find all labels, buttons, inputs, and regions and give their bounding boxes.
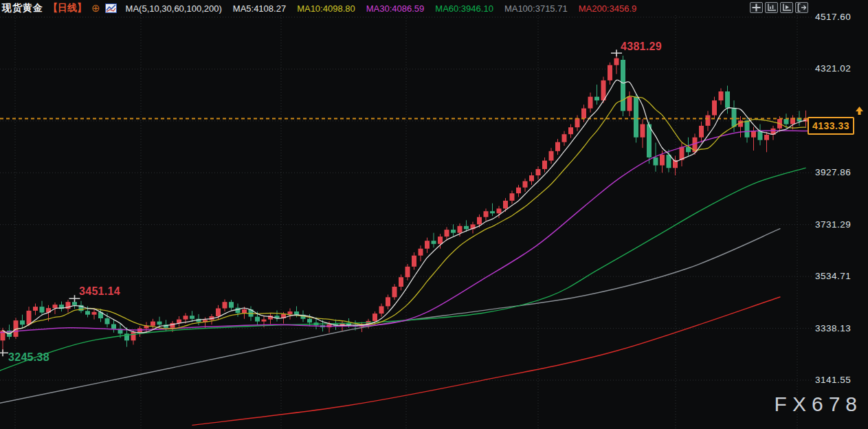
chart-window: { "header": { "symbol": "现货黄金", "period"… xyxy=(0,0,868,429)
ma100-value: MA100:3715.71 xyxy=(504,3,568,14)
peak-price-annotation: 4381.29 xyxy=(621,41,662,53)
local-high-annotation: 3451.14 xyxy=(79,285,120,298)
current-price-tag: 4133.33 xyxy=(808,117,854,135)
axis-label: 4517.60 xyxy=(815,11,863,23)
watermark: FX678 xyxy=(775,393,863,416)
axis-play-icon[interactable] xyxy=(780,2,793,13)
crosshair-icon[interactable] xyxy=(750,2,763,13)
add-indicator-icon[interactable]: ⊕ xyxy=(91,3,100,13)
low-price-annotation: 3245.38 xyxy=(8,351,49,364)
axis-label: 3534.71 xyxy=(815,270,863,283)
symbol-title: 现货黄金 xyxy=(2,2,43,14)
axis-label: 3927.86 xyxy=(815,166,863,179)
axis-label: 3141.55 xyxy=(815,374,863,386)
ma5-value: MA5:4108.27 xyxy=(233,3,286,14)
ma10-value: MA10:4098.80 xyxy=(297,3,355,14)
ma30-value: MA30:4086.59 xyxy=(366,3,425,14)
ma60-value: MA60:3946.10 xyxy=(435,3,493,14)
candlestick-chart[interactable] xyxy=(0,0,868,429)
exit-icon[interactable] xyxy=(795,2,808,13)
ma-config-label[interactable]: MA(5,10,30,60,100,200) xyxy=(126,3,222,14)
period-label[interactable]: 【日线】 xyxy=(48,2,87,14)
price-axis[interactable]: 4517.60 4321.02 4124.44 3927.86 3731.29 … xyxy=(813,0,868,429)
chart-toolbar xyxy=(750,2,808,13)
axis-label: 4321.02 xyxy=(815,63,863,75)
axis-label: 3338.13 xyxy=(815,322,863,335)
axis-scale-icon[interactable] xyxy=(765,2,778,13)
ma200-value: MA200:3456.9 xyxy=(579,3,637,14)
axis-label: 3731.29 xyxy=(815,219,863,231)
price-up-arrow-icon xyxy=(855,107,864,116)
chart-header: 现货黄金 【日线】 ⊕ MA(5,10,30,60,100,200) MA5:4… xyxy=(2,1,636,15)
mini-chart-icon[interactable] xyxy=(105,3,117,13)
